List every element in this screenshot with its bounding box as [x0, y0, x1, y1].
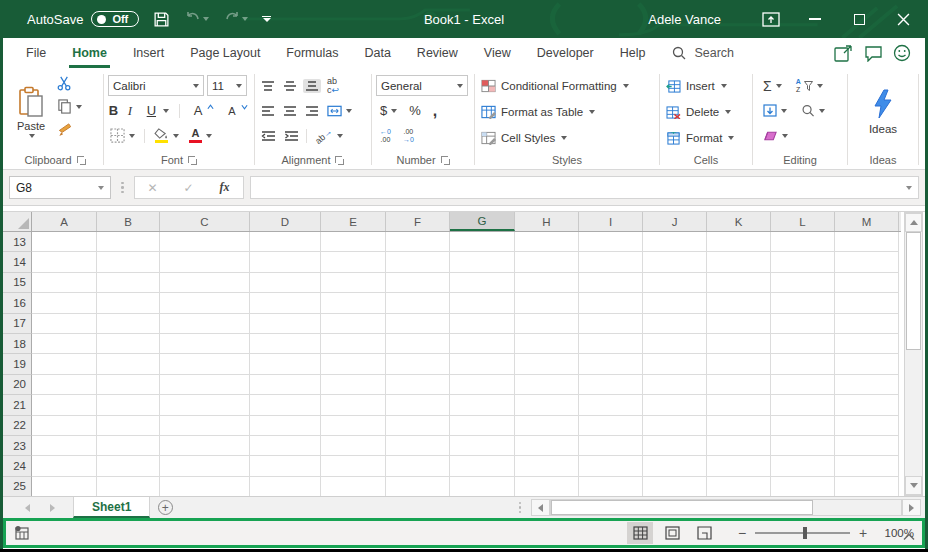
- scroll-up-icon[interactable]: [905, 213, 922, 232]
- cell-D21[interactable]: [250, 395, 321, 415]
- cell-B16[interactable]: [97, 293, 160, 313]
- column-header-C[interactable]: C: [160, 212, 250, 231]
- cell-K23[interactable]: [707, 436, 771, 456]
- cell-G22[interactable]: [450, 416, 515, 436]
- find-select-dropdown-icon[interactable]: [819, 109, 825, 113]
- cell-D24[interactable]: [250, 456, 321, 476]
- account-user-name[interactable]: Adele Vance: [648, 12, 721, 27]
- cell-A13[interactable]: [32, 232, 97, 252]
- row-header-20[interactable]: 20: [3, 375, 32, 395]
- cell-L16[interactable]: [771, 293, 835, 313]
- cell-I24[interactable]: [579, 456, 643, 476]
- orientation-button[interactable]: ab→: [312, 130, 345, 142]
- cell-A25[interactable]: [32, 477, 97, 496]
- autosum-dropdown-icon[interactable]: [776, 84, 782, 88]
- expand-formula-bar-icon[interactable]: [906, 186, 912, 190]
- cell-J14[interactable]: [643, 252, 707, 272]
- cell-B14[interactable]: [97, 252, 160, 272]
- cell-B18[interactable]: [97, 334, 160, 354]
- row-header-15[interactable]: 15: [3, 273, 32, 293]
- cell-G23[interactable]: [450, 436, 515, 456]
- fill-color-dropdown-icon[interactable]: [173, 134, 179, 138]
- scroll-right-icon[interactable]: [902, 499, 921, 516]
- name-box[interactable]: G8: [9, 176, 111, 199]
- column-header-B[interactable]: B: [97, 212, 160, 231]
- cell-M22[interactable]: [835, 416, 899, 436]
- vertical-scrollbar[interactable]: [904, 212, 923, 496]
- cell-B20[interactable]: [97, 375, 160, 395]
- cell-K14[interactable]: [707, 252, 771, 272]
- merge-center-dropdown-icon[interactable]: [346, 109, 352, 113]
- tab-file[interactable]: File: [13, 38, 59, 68]
- cell-E21[interactable]: [321, 395, 386, 415]
- column-header-A[interactable]: A: [32, 212, 97, 231]
- row-header-18[interactable]: 18: [3, 334, 32, 354]
- cell-F14[interactable]: [386, 252, 450, 272]
- cell-B19[interactable]: [97, 354, 160, 374]
- row-header-13[interactable]: 13: [3, 232, 32, 252]
- merge-center-button[interactable]: [325, 104, 354, 118]
- format-cells-button[interactable]: Format: [666, 127, 748, 149]
- cell-D13[interactable]: [250, 232, 321, 252]
- cell-J16[interactable]: [643, 293, 707, 313]
- cell-B25[interactable]: [97, 477, 160, 496]
- cell-K21[interactable]: [707, 395, 771, 415]
- cell-D14[interactable]: [250, 252, 321, 272]
- tab-help[interactable]: Help: [607, 38, 659, 68]
- underline-dropdown-icon[interactable]: [163, 109, 169, 113]
- fill-dropdown-icon[interactable]: [781, 109, 787, 113]
- scroll-down-icon[interactable]: [905, 476, 922, 495]
- ideas-button[interactable]: Ideas: [859, 72, 907, 151]
- cell-F24[interactable]: [386, 456, 450, 476]
- align-right-button[interactable]: [303, 104, 321, 118]
- cell-K17[interactable]: [707, 314, 771, 334]
- cell-F19[interactable]: [386, 354, 450, 374]
- tab-view[interactable]: View: [471, 38, 524, 68]
- cell-M13[interactable]: [835, 232, 899, 252]
- align-top-button[interactable]: [259, 79, 277, 93]
- align-middle-button[interactable]: [281, 79, 299, 93]
- cell-J19[interactable]: [643, 354, 707, 374]
- row-header-24[interactable]: 24: [3, 456, 32, 476]
- cell-B17[interactable]: [97, 314, 160, 334]
- insert-cells-button[interactable]: Insert: [666, 75, 748, 97]
- delete-cells-button[interactable]: Delete: [666, 101, 748, 123]
- cell-D20[interactable]: [250, 375, 321, 395]
- page-break-preview-button[interactable]: [691, 522, 717, 544]
- cell-C23[interactable]: [160, 436, 250, 456]
- cell-D23[interactable]: [250, 436, 321, 456]
- cell-K18[interactable]: [707, 334, 771, 354]
- cell-M17[interactable]: [835, 314, 899, 334]
- cell-L15[interactable]: [771, 273, 835, 293]
- cell-E15[interactable]: [321, 273, 386, 293]
- cell-L13[interactable]: [771, 232, 835, 252]
- column-header-I[interactable]: I: [579, 212, 643, 231]
- cell-E20[interactable]: [321, 375, 386, 395]
- format-as-table-button[interactable]: Format as Table: [481, 101, 655, 123]
- cell-B22[interactable]: [97, 416, 160, 436]
- cell-H16[interactable]: [515, 293, 579, 313]
- decrease-font-size-button[interactable]: A: [222, 104, 250, 118]
- cell-J23[interactable]: [643, 436, 707, 456]
- row-header-25[interactable]: 25: [3, 477, 32, 496]
- cell-E19[interactable]: [321, 354, 386, 374]
- cell-E16[interactable]: [321, 293, 386, 313]
- name-box-dropdown-icon[interactable]: [98, 186, 104, 190]
- cell-L22[interactable]: [771, 416, 835, 436]
- cell-G13[interactable]: [450, 232, 515, 252]
- cell-C24[interactable]: [160, 456, 250, 476]
- insert-function-icon[interactable]: fx: [207, 180, 243, 195]
- accounting-dropdown-icon[interactable]: [391, 109, 397, 113]
- paste-button[interactable]: Paste: [11, 72, 51, 151]
- cell-B15[interactable]: [97, 273, 160, 293]
- cell-J25[interactable]: [643, 477, 707, 496]
- cell-E14[interactable]: [321, 252, 386, 272]
- autosave-toggle[interactable]: AutoSave Off: [27, 11, 139, 27]
- column-header-L[interactable]: L: [771, 212, 835, 231]
- cell-A20[interactable]: [32, 375, 97, 395]
- fill-button[interactable]: [761, 103, 789, 118]
- scroll-left-icon[interactable]: [531, 499, 550, 516]
- cell-A22[interactable]: [32, 416, 97, 436]
- cell-B21[interactable]: [97, 395, 160, 415]
- borders-dropdown-icon[interactable]: [129, 134, 135, 138]
